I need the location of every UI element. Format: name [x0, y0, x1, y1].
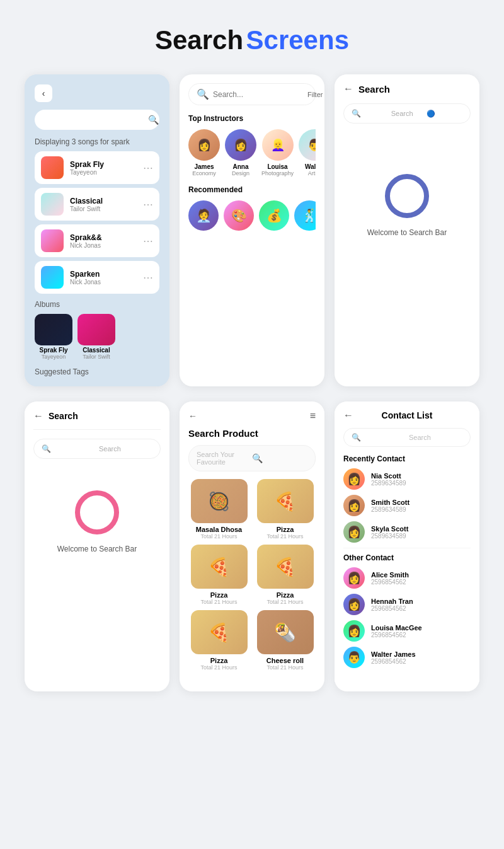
song-info: Sprak Fly Tayeyeon: [70, 160, 143, 176]
contact-avatar-louisa: 👩: [343, 620, 365, 642]
top-instructors-label: Top Instructors: [188, 114, 316, 123]
title-blue: Screens: [246, 25, 349, 55]
song-item[interactable]: Classical Tailor Swift ⋯: [35, 188, 159, 221]
product-meta: Total 21 Hours: [188, 664, 249, 671]
song-more-icon[interactable]: ⋯: [143, 235, 153, 247]
welcome-back-icon[interactable]: ←: [343, 83, 353, 95]
contact-item-alice[interactable]: 👩 Alice Smith 2596854562: [343, 567, 471, 589]
contact-info: Louisa MacGee 2596854562: [371, 624, 422, 638]
instructor-item[interactable]: 👩 Anna Design: [225, 129, 256, 176]
welcome-text: Welcome to Search Bar: [367, 228, 447, 237]
rec-item-2[interactable]: 🎨: [224, 200, 254, 231]
page-title: Search Screens: [0, 0, 504, 74]
product-item[interactable]: 🌯 Cheese roll Total 21 Hours: [255, 610, 316, 671]
pink-back-icon[interactable]: ←: [33, 410, 43, 422]
recommended-label: Recommended: [188, 185, 316, 194]
product-back-icon[interactable]: ←: [188, 411, 197, 421]
contact-item-skyla[interactable]: 👩 Skyla Scott 2589634589: [343, 521, 471, 543]
product-search-bar[interactable]: Search Your Favourite 🔍: [188, 445, 316, 471]
song-more-icon[interactable]: ⋯: [143, 199, 153, 211]
song-thumb-sparken: [41, 266, 64, 289]
instructor-search-input[interactable]: [213, 90, 307, 99]
welcome-search-bar[interactable]: 🔍 Search 🔵: [343, 103, 471, 124]
contact-item-hennah[interactable]: 👩 Hennah Tran 2596854562: [343, 594, 471, 615]
product-card-content: ← ≡ Search Product Search Your Favourite…: [180, 401, 324, 679]
product-search-icon[interactable]: 🔍: [252, 453, 307, 463]
contact-search-bar[interactable]: 🔍 Search: [343, 428, 471, 447]
music-back-button[interactable]: ‹: [35, 84, 52, 102]
product-image-cheese: 🌯: [257, 610, 314, 654]
contact-info: Hennah Tran 2596854562: [371, 598, 413, 612]
rec-item-1[interactable]: 🧑‍💼: [188, 200, 219, 231]
music-card-content: ‹ 🔍 Displaying 3 songs for spark Sprak F…: [25, 74, 169, 386]
song-thumb-sprak2: [41, 229, 64, 252]
contact-name: Walter James: [371, 650, 416, 658]
instructor-search-row[interactable]: 🔍 Filter ✕: [188, 83, 316, 105]
contact-item-smith[interactable]: 👩 Smith Scott 2589634589: [343, 495, 471, 516]
song-thumb-classical: [41, 193, 64, 216]
search-placeholder: Search: [391, 110, 427, 117]
contact-avatar-walter: 👨: [343, 647, 365, 668]
contact-name: Skyla Scott: [371, 525, 408, 533]
song-name: Sparken: [70, 270, 143, 279]
contact-list-screen: ← Contact List 🔍 Search Recently Contact…: [335, 401, 479, 691]
song-item[interactable]: Sparken Nick Jonas ⋯: [35, 261, 159, 294]
welcome-screen-title: Search: [358, 84, 390, 95]
filter-label[interactable]: Filter: [307, 91, 323, 98]
contact-item-nia[interactable]: 👩 Nia Scott 2589634589: [343, 468, 471, 490]
instructor-item[interactable]: 👨 Walter Artist: [299, 129, 316, 176]
contact-avatar-alice: 👩: [343, 567, 365, 589]
music-search-input[interactable]: [42, 115, 148, 125]
contact-item-walter[interactable]: 👨 Walter James 2596854562: [343, 647, 471, 668]
instructor-role: Design: [225, 170, 256, 176]
song-artist: Tayeyeon: [70, 169, 143, 176]
instructor-item[interactable]: 👱‍♀️ Louisa Photography: [261, 129, 294, 176]
recommended-row: 🧑‍💼 🎨 💰 🕺: [188, 200, 316, 231]
contact-phone: 2589634589: [371, 480, 406, 487]
contact-name: Alice Smith: [371, 571, 409, 579]
product-item[interactable]: 🍕 Pizza Total 21 Hours: [188, 610, 249, 671]
pink-header: ← Search: [33, 410, 161, 430]
pink-circle-icon: [75, 490, 119, 534]
instructor-item[interactable]: 👩 James Economy: [188, 129, 220, 176]
contact-avatar-nia: 👩: [343, 468, 365, 490]
song-info: Sprak&& Nick Jonas: [70, 233, 143, 249]
product-item[interactable]: 🥘 Masala Dhosa Total 21 Hours: [188, 479, 249, 540]
search-product-screen: ← ≡ Search Product Search Your Favourite…: [180, 401, 324, 691]
pink-welcome-screen: ← Search 🔍 Search Welcome to Search Bar: [25, 401, 169, 691]
product-image-pizza1: 🍕: [257, 479, 314, 523]
contact-item-louisa[interactable]: 👩 Louisa MacGee 2596854562: [343, 620, 471, 642]
product-item[interactable]: 🍕 Pizza Total 21 Hours: [188, 545, 249, 605]
product-image-pizza3: 🍕: [257, 545, 314, 589]
album-item[interactable]: Sprak Fly Tayeyeon: [35, 314, 72, 360]
contact-phone: 2596854562: [371, 632, 422, 638]
instructor-avatar-anna: 👩: [225, 129, 256, 161]
bottom-screens-row: ← Search 🔍 Search Welcome to Search Bar …: [0, 401, 504, 707]
product-image-pizza2: 🍕: [191, 545, 248, 589]
songs-section-label: Displaying 3 songs for spark: [35, 137, 159, 146]
rec-item-4[interactable]: 🕺: [294, 200, 316, 231]
song-more-icon[interactable]: ⋯: [143, 162, 153, 174]
song-artist: Nick Jonas: [70, 279, 143, 286]
song-name: Sprak Fly: [70, 160, 143, 169]
product-image-pizza4: 🍕: [191, 610, 248, 654]
song-more-icon[interactable]: ⋯: [143, 272, 153, 284]
product-item[interactable]: 🍕 Pizza Total 21 Hours: [255, 545, 316, 605]
song-item[interactable]: Sprak&& Nick Jonas ⋯: [35, 224, 159, 257]
product-item[interactable]: 🍕 Pizza Total 21 Hours: [255, 479, 316, 540]
rec-item-3[interactable]: 💰: [259, 200, 289, 231]
product-menu-icon[interactable]: ≡: [310, 410, 316, 422]
instructor-avatar-james: 👩: [188, 129, 220, 161]
tags-section: Suggested Tags: [35, 367, 159, 376]
product-name: Pizza: [188, 657, 249, 664]
search-action-icon[interactable]: 🔵: [427, 110, 462, 118]
music-search-bar[interactable]: 🔍: [35, 110, 159, 130]
welcome-header: ← Search: [343, 83, 471, 95]
product-meta: Total 21 Hours: [188, 533, 249, 540]
song-item[interactable]: Sprak Fly Tayeyeon ⋯: [35, 151, 159, 184]
instructor-name: James: [188, 163, 220, 170]
product-screen-title: Search Product: [188, 428, 316, 439]
contact-back-icon[interactable]: ←: [343, 410, 353, 421]
album-item[interactable]: Classical Tailor Swift: [77, 314, 115, 360]
pink-search-bar[interactable]: 🔍 Search: [33, 439, 161, 459]
